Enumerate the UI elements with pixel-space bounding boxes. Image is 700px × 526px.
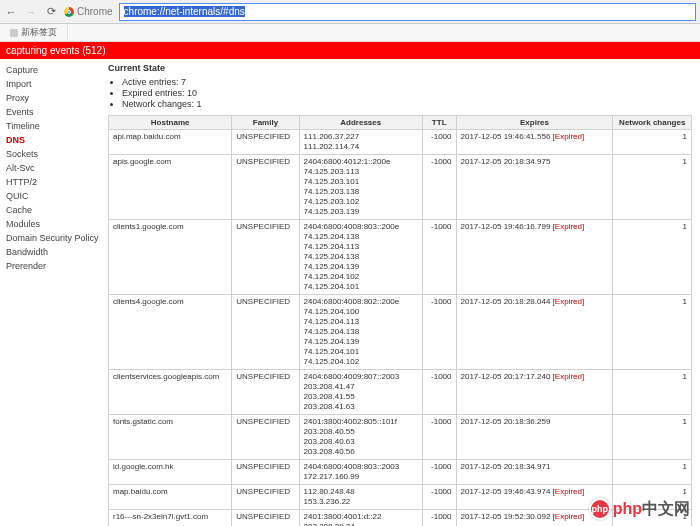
table-row: fonts.gstatic.comUNSPECIFIED2401:3800:40… xyxy=(109,415,692,460)
cell-family: UNSPECIFIED xyxy=(232,370,299,415)
cell-ttl: -1000 xyxy=(422,460,456,485)
cell-hostname: map.baidu.com xyxy=(109,485,232,510)
table-row: id.google.com.hkUNSPECIFIED2404:6800:400… xyxy=(109,460,692,485)
dns-table: Hostname Family Addresses TTL Expires Ne… xyxy=(108,115,692,526)
sidebar-item-alt-svc[interactable]: Alt-Svc xyxy=(6,161,100,175)
cell-family: UNSPECIFIED xyxy=(232,130,299,155)
sidebar-item-dns[interactable]: DNS xyxy=(6,133,100,147)
th-hostname: Hostname xyxy=(109,116,232,130)
table-row: apis.google.comUNSPECIFIED2404:6800:4012… xyxy=(109,155,692,220)
cell-expires: 2017-12-05 20:18:36.259 xyxy=(456,415,613,460)
cell-hostname: clients4.google.com xyxy=(109,295,232,370)
cell-network-changes: 1 xyxy=(613,130,692,155)
th-addresses: Addresses xyxy=(299,116,422,130)
sidebar-item-timeline[interactable]: Timeline xyxy=(6,119,100,133)
th-network-changes: Network changes xyxy=(613,116,692,130)
sidebar-item-capture[interactable]: Capture xyxy=(6,63,100,77)
browser-label-text: Chrome xyxy=(77,6,113,17)
table-row: api.map.baidu.comUNSPECIFIED111.206.37.2… xyxy=(109,130,692,155)
back-button[interactable]: ← xyxy=(4,5,18,19)
cell-addresses: 2401:3800:4001:d::22203.208.39.34 xyxy=(299,510,422,527)
cell-ttl: -1000 xyxy=(422,130,456,155)
cell-hostname: clients1.google.com xyxy=(109,220,232,295)
cell-network-changes: 1 xyxy=(613,460,692,485)
cell-family: UNSPECIFIED xyxy=(232,220,299,295)
browser-label: Chrome xyxy=(64,6,113,17)
cell-addresses: 2404:6800:4008:802::200e74.125.204.10074… xyxy=(299,295,422,370)
sidebar-item-modules[interactable]: Modules xyxy=(6,217,100,231)
cell-network-changes: 1 xyxy=(613,415,692,460)
cell-expires: 2017-12-05 20:18:34.971 xyxy=(456,460,613,485)
cell-family: UNSPECIFIED xyxy=(232,510,299,527)
chrome-icon xyxy=(64,7,74,17)
sidebar-item-cache[interactable]: Cache xyxy=(6,203,100,217)
cell-addresses: 112.80.248.48153.3.236.22 xyxy=(299,485,422,510)
watermark-logo: php xyxy=(589,498,611,520)
cell-hostname: clientservices.googleapis.com xyxy=(109,370,232,415)
sidebar-item-import[interactable]: Import xyxy=(6,77,100,91)
forward-button[interactable]: → xyxy=(24,5,38,19)
tab-favicon xyxy=(10,29,18,37)
cell-addresses: 2404:6800:4009:807::2003203.208.41.47203… xyxy=(299,370,422,415)
sidebar-item-bandwidth[interactable]: Bandwidth xyxy=(6,245,100,259)
tab-title: 新标签页 xyxy=(21,26,57,39)
stats-item: Expired entries: 10 xyxy=(122,88,692,98)
cell-ttl: -1000 xyxy=(422,510,456,527)
cell-hostname: r16---sn-2x3eln7l.gvt1.com xyxy=(109,510,232,527)
reload-button[interactable]: ⟳ xyxy=(44,5,58,19)
sidebar-item-sockets[interactable]: Sockets xyxy=(6,147,100,161)
sidebar-item-domain-security-policy[interactable]: Domain Security Policy xyxy=(6,231,100,245)
th-ttl: TTL xyxy=(422,116,456,130)
cell-family: UNSPECIFIED xyxy=(232,415,299,460)
cell-ttl: -1000 xyxy=(422,415,456,460)
tab-strip: 新标签页 xyxy=(0,24,700,42)
cell-expires: 2017-12-05 20:18:28.044 [Expired] xyxy=(456,295,613,370)
cell-addresses: 2404:6800:4008:803::2003172.217.160.99 xyxy=(299,460,422,485)
cell-ttl: -1000 xyxy=(422,155,456,220)
sidebar-item-prerender[interactable]: Prerender xyxy=(6,259,100,273)
cell-expires: 2017-12-05 19:46:41.556 [Expired] xyxy=(456,130,613,155)
watermark: php php中文网 xyxy=(589,498,690,520)
cell-family: UNSPECIFIED xyxy=(232,155,299,220)
section-title: Current State xyxy=(108,63,692,73)
table-row: clientservices.googleapis.comUNSPECIFIED… xyxy=(109,370,692,415)
cell-expires: 2017-12-05 20:18:34.975 xyxy=(456,155,613,220)
stats-list: Active entries: 7Expired entries: 10Netw… xyxy=(122,77,692,109)
cell-family: UNSPECIFIED xyxy=(232,295,299,370)
cell-expires: 2017-12-05 20:17:17.240 [Expired] xyxy=(456,370,613,415)
cell-network-changes: 1 xyxy=(613,155,692,220)
cell-addresses: 2404:6800:4008:803::200e74.125.204.13874… xyxy=(299,220,422,295)
cell-addresses: 2404:6800:4012:1::200e74.125.203.11374.1… xyxy=(299,155,422,220)
th-family: Family xyxy=(232,116,299,130)
main-content: Current State Active entries: 7Expired e… xyxy=(100,59,700,526)
cell-hostname: api.map.baidu.com xyxy=(109,130,232,155)
sidebar-item-http-2[interactable]: HTTP/2 xyxy=(6,175,100,189)
browser-toolbar: ← → ⟳ Chrome chrome://net-internals/#dns xyxy=(0,0,700,24)
cell-family: UNSPECIFIED xyxy=(232,460,299,485)
cell-hostname: apis.google.com xyxy=(109,155,232,220)
table-row: clients1.google.comUNSPECIFIED2404:6800:… xyxy=(109,220,692,295)
watermark-text: php中文网 xyxy=(613,499,690,520)
cell-family: UNSPECIFIED xyxy=(232,485,299,510)
cell-ttl: -1000 xyxy=(422,485,456,510)
cell-hostname: id.google.com.hk xyxy=(109,460,232,485)
capture-banner: capturing events (512) xyxy=(0,42,700,59)
stats-item: Active entries: 7 xyxy=(122,77,692,87)
sidebar-item-quic[interactable]: QUIC xyxy=(6,189,100,203)
sidebar: CaptureImportProxyEventsTimelineDNSSocke… xyxy=(0,59,100,526)
cell-network-changes: 1 xyxy=(613,295,692,370)
address-bar[interactable]: chrome://net-internals/#dns xyxy=(119,3,696,21)
sidebar-item-proxy[interactable]: Proxy xyxy=(6,91,100,105)
cell-network-changes: 1 xyxy=(613,220,692,295)
cell-ttl: -1000 xyxy=(422,220,456,295)
table-row: clients4.google.comUNSPECIFIED2404:6800:… xyxy=(109,295,692,370)
th-expires: Expires xyxy=(456,116,613,130)
url-text: chrome://net-internals/#dns xyxy=(124,6,245,17)
cell-expires: 2017-12-05 19:46:16.799 [Expired] xyxy=(456,220,613,295)
stats-item: Network changes: 1 xyxy=(122,99,692,109)
tab-newtab[interactable]: 新标签页 xyxy=(0,24,68,41)
cell-hostname: fonts.gstatic.com xyxy=(109,415,232,460)
cell-addresses: 2401:3800:4002:805::101f203.208.40.55203… xyxy=(299,415,422,460)
cell-network-changes: 1 xyxy=(613,370,692,415)
sidebar-item-events[interactable]: Events xyxy=(6,105,100,119)
